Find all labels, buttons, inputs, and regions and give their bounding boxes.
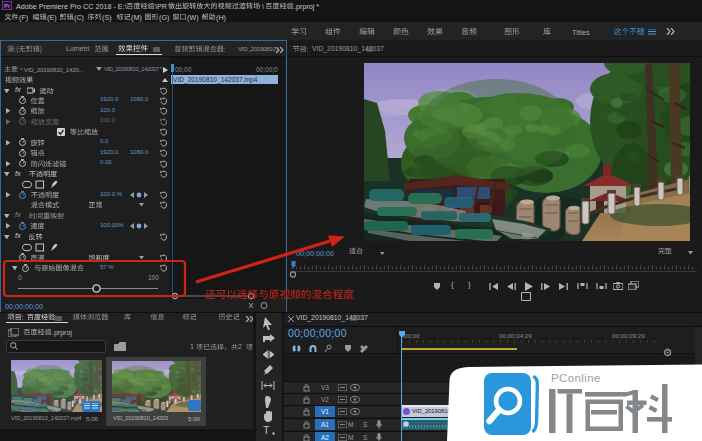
svg-text:Pr: Pr	[4, 3, 10, 9]
